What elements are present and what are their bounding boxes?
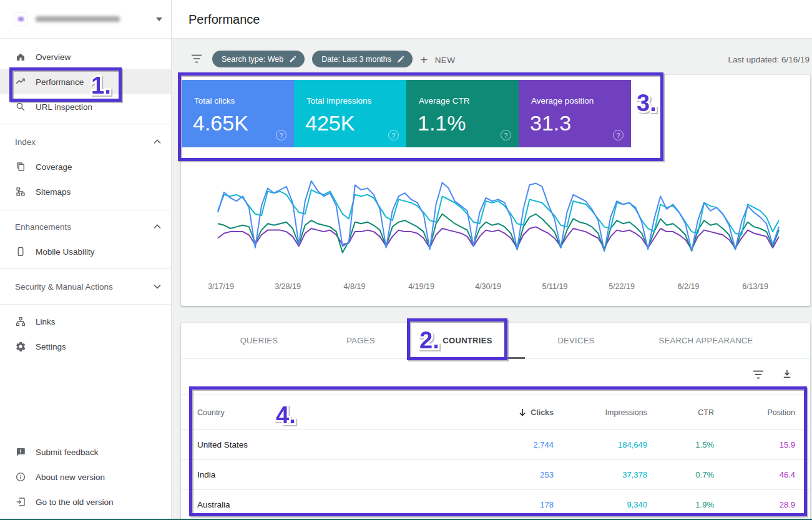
x-axis-label: 4/30/19 — [475, 282, 501, 291]
table-row[interactable]: United States 2,744 184,649 1.5% 15.9 — [181, 429, 810, 459]
sidebar-item-about-new-version[interactable]: About new version — [0, 464, 171, 489]
arrow-down-icon — [519, 408, 526, 416]
home-icon — [15, 51, 26, 62]
help-icon[interactable]: ? — [501, 130, 511, 140]
feedback-icon — [15, 446, 26, 458]
exit-to-app-icon — [15, 496, 26, 508]
x-axis-label: 4/8/19 — [344, 282, 366, 291]
help-icon[interactable]: ? — [276, 130, 286, 140]
dimension-tabs: QUERIES PAGES COUNTRIES DEVICES SEARCH A… — [181, 323, 810, 359]
page-header: Performance — [172, 0, 812, 39]
tab-countries[interactable]: COUNTRIES — [443, 336, 492, 345]
x-axis-label: 6/13/19 — [742, 282, 768, 291]
sort-clicks[interactable]: Clicks — [519, 408, 554, 417]
links-icon — [15, 316, 26, 327]
search-icon — [15, 101, 26, 112]
performance-line-chart — [181, 149, 810, 273]
x-axis-label: 5/11/19 — [542, 282, 568, 291]
sidebar-footer: Submit feedback About new version Go to … — [0, 439, 171, 514]
smartphone-icon — [15, 246, 26, 257]
pages-icon — [15, 161, 26, 172]
average-position-card[interactable]: Average position 31.3 ? — [519, 80, 631, 147]
sidebar-item-coverage[interactable]: Coverage — [0, 154, 171, 179]
sidebar-item-go-to-old-version[interactable]: Go to the old version — [0, 489, 171, 514]
tab-pages[interactable]: PAGES — [346, 336, 374, 345]
sidebar-item-settings[interactable]: Settings — [0, 334, 171, 359]
sidebar-item-overview[interactable]: Overview — [0, 44, 171, 69]
average-ctr-card[interactable]: Average CTR 1.1% ? — [406, 80, 519, 147]
tab-devices[interactable]: DEVICES — [557, 336, 594, 345]
date-range-chip[interactable]: Date: Last 3 months — [312, 51, 413, 67]
chevron-up-icon — [154, 139, 161, 144]
sitemap-icon — [15, 186, 26, 197]
x-axis-label: 6/2/19 — [678, 282, 700, 291]
help-icon[interactable]: ? — [613, 130, 624, 140]
chevron-down-icon — [154, 284, 161, 289]
download-icon[interactable] — [781, 368, 793, 380]
sidebar-item-submit-feedback[interactable]: Submit feedback — [0, 439, 171, 464]
site-logo — [14, 12, 27, 26]
search-type-chip[interactable]: Search type: Web — [212, 51, 305, 67]
property-name-blurred — [36, 16, 120, 22]
table-filter-icon[interactable] — [753, 370, 764, 379]
section-security-manual-actions[interactable]: Security & Manual Actions — [0, 274, 171, 299]
table-row[interactable]: India 253 37,378 0.7% 46.4 — [181, 459, 810, 489]
col-position[interactable]: Position — [768, 408, 795, 417]
total-clicks-card[interactable]: Total clicks 4.65K ? — [182, 80, 294, 147]
last-updated: Last updated: 6/16/19 — [728, 55, 810, 64]
section-index[interactable]: Index — [0, 129, 171, 154]
property-selector[interactable] — [0, 0, 171, 39]
main-content: Performance Search type: Web Date: Last … — [172, 0, 812, 520]
info-icon — [15, 471, 26, 483]
help-icon[interactable]: ? — [388, 130, 399, 140]
sidebar-item-sitemaps[interactable]: Sitemaps — [0, 179, 171, 204]
performance-chart-panel: Total clicks 4.65K ? Total impressions 4… — [181, 75, 810, 306]
plus-icon: + — [420, 52, 428, 67]
table-toolbar — [181, 359, 810, 395]
table-header-row: Country Clicks Impressions CTR Position — [181, 395, 810, 429]
col-impressions[interactable]: Impressions — [605, 408, 647, 417]
page-title: Performance — [188, 12, 260, 27]
total-impressions-card[interactable]: Total impressions 425K ? — [294, 80, 406, 147]
edit-icon — [289, 55, 297, 63]
edit-icon — [397, 55, 405, 63]
dimensions-panel: QUERIES PAGES COUNTRIES DEVICES SEARCH A… — [181, 323, 810, 520]
table-row[interactable]: Australia 178 9,340 1.9% 28.9 — [181, 489, 810, 519]
sidebar-item-links[interactable]: Links — [0, 309, 171, 334]
sidebar-item-performance[interactable]: Performance — [0, 69, 171, 94]
new-filter-button[interactable]: + NEW — [420, 52, 455, 67]
sidebar-item-mobile-usability[interactable]: Mobile Usability — [0, 239, 171, 264]
sidebar-nav: Overview Performance URL inspection Inde… — [0, 39, 171, 359]
sidebar: Overview Performance URL inspection Inde… — [0, 0, 172, 520]
caret-down-icon — [156, 17, 162, 21]
x-axis-label: 4/19/19 — [408, 282, 434, 291]
chart-x-axis-labels: 3/17/193/28/194/8/194/19/194/30/195/11/1… — [181, 282, 810, 292]
x-axis-label: 3/17/19 — [208, 282, 234, 291]
tab-queries[interactable]: QUERIES — [240, 336, 278, 345]
tab-search-appearance[interactable]: SEARCH APPEARANCE — [658, 336, 753, 345]
chevron-up-icon — [154, 224, 161, 229]
countries-table: Country Clicks Impressions CTR Position … — [181, 395, 810, 519]
trending-up-icon — [15, 76, 26, 87]
sidebar-item-url-inspection[interactable]: URL inspection — [0, 94, 171, 119]
search-console-app: Overview Performance URL inspection Inde… — [0, 0, 812, 520]
filter-icon[interactable] — [191, 54, 202, 63]
x-axis-label: 5/22/19 — [609, 282, 635, 291]
x-axis-label: 3/28/19 — [275, 282, 301, 291]
col-ctr[interactable]: CTR — [698, 408, 714, 417]
section-enhancements[interactable]: Enhancements — [0, 214, 171, 239]
filter-chips: Search type: Web Date: Last 3 months — [212, 51, 413, 67]
gear-icon — [15, 341, 26, 352]
